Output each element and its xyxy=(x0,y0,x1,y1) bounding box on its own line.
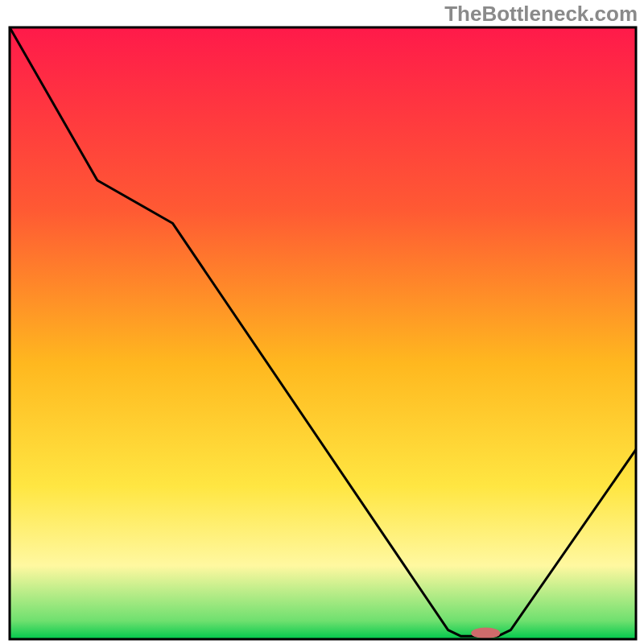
bottleneck-chart xyxy=(0,0,644,644)
chart-frame: TheBottleneck.com xyxy=(0,0,644,644)
optimal-marker xyxy=(471,627,500,638)
chart-background xyxy=(10,27,636,639)
watermark-text: TheBottleneck.com xyxy=(444,2,638,27)
